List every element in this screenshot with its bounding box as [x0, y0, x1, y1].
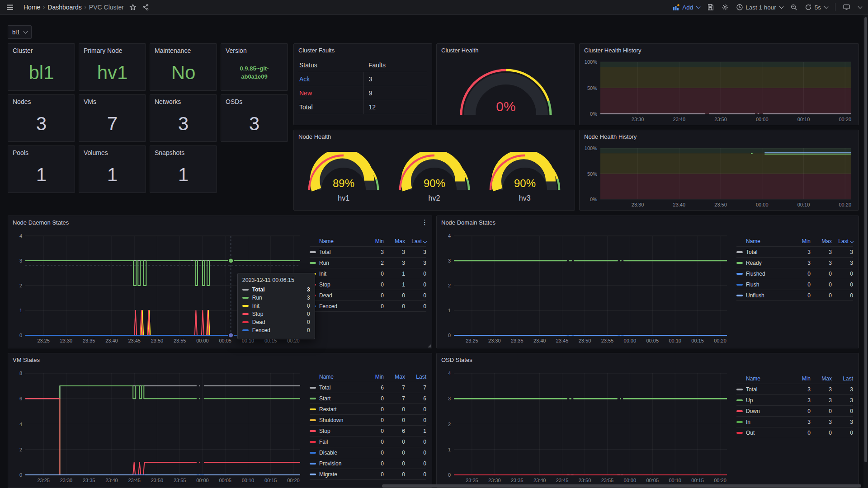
series-swatch: [310, 387, 316, 389]
panel-title[interactable]: Node Daemon States: [13, 219, 69, 226]
panel-title[interactable]: OSD States: [441, 357, 472, 363]
panel-title[interactable]: Cluster Health: [441, 47, 478, 54]
panel-cluster-health-history: Cluster Health History 23:3023:4023:5000…: [579, 43, 859, 125]
faults-table-row: Ack3: [298, 72, 427, 86]
nav-expand-button[interactable]: [857, 6, 862, 8]
legend-row-total[interactable]: Total333: [736, 384, 853, 395]
series-swatch: [310, 430, 316, 432]
legend-header: NameMinMaxLast: [310, 236, 426, 247]
save-dashboard-button[interactable]: [707, 4, 714, 11]
panel-title[interactable]: VM States: [13, 357, 40, 363]
legend-header: NameMinMaxLast: [736, 236, 853, 247]
svg-text:100%: 100%: [585, 59, 597, 65]
legend-row-down[interactable]: Down000: [736, 406, 853, 417]
legend-row-out[interactable]: Out000: [736, 427, 853, 438]
stat-label: Pools: [13, 149, 28, 156]
share-icon[interactable]: [142, 4, 149, 11]
legend-row-fail[interactable]: Fail000: [310, 436, 426, 447]
legend-row-total[interactable]: Total333: [310, 247, 426, 258]
legend-row-ready[interactable]: Ready333: [736, 258, 853, 268]
cluster-variable-dropdown[interactable]: bl1: [8, 25, 32, 39]
svg-text:23:30: 23:30: [632, 202, 644, 207]
legend-row-fenced[interactable]: Fenced000: [310, 301, 426, 312]
refresh-button[interactable]: [805, 4, 812, 11]
svg-text:2: 2: [19, 283, 22, 288]
time-range-picker[interactable]: Last 1 hour: [736, 4, 783, 11]
panel-title[interactable]: Node Health History: [584, 133, 637, 140]
node-gauge-label: hv3: [519, 194, 531, 202]
stat-panel-cluster: Clusterbl1: [8, 43, 75, 91]
legend-row-in[interactable]: In333: [736, 417, 853, 427]
svg-text:23:45: 23:45: [128, 478, 141, 483]
series-swatch: [310, 251, 316, 253]
dashboard-settings-button[interactable]: [722, 4, 729, 11]
svg-text:00:05: 00:05: [219, 478, 231, 483]
svg-text:1: 1: [448, 447, 451, 452]
stat-value: 1: [8, 160, 75, 190]
stat-panel-osds: OSDs3: [221, 94, 288, 142]
panel-title[interactable]: Node Domain States: [441, 219, 495, 226]
legend-row-restart[interactable]: Restart000: [310, 404, 426, 415]
refresh-interval-dropdown[interactable]: 5s: [815, 4, 828, 11]
stat-label: Cluster: [13, 47, 33, 54]
vm-states-legend: NameMinMaxLastTotal677Start076Restart000…: [310, 371, 426, 480]
series-swatch: [736, 284, 743, 286]
legend-row-unflush[interactable]: Unflush000: [736, 290, 853, 301]
legend-row-stop[interactable]: Stop061: [310, 426, 426, 436]
svg-text:23:40: 23:40: [533, 338, 546, 343]
breadcrumb-home[interactable]: Home: [24, 4, 40, 11]
panel-title[interactable]: Cluster Health History: [584, 47, 641, 54]
legend-row-total[interactable]: Total677: [310, 382, 426, 393]
series-swatch: [736, 399, 743, 401]
svg-text:00:20: 00:20: [714, 338, 726, 343]
svg-text:4: 4: [448, 233, 451, 239]
legend-row-flush[interactable]: Flush000: [736, 279, 853, 290]
legend-row-dead[interactable]: Dead000: [310, 290, 426, 301]
series-swatch: [242, 305, 249, 307]
zoom-out-button[interactable]: [790, 4, 797, 11]
legend-row-flushed[interactable]: Flushed000: [736, 268, 853, 279]
node-daemon-states-chart[interactable]: 23:2523:3023:3523:4023:4523:5023:5500:00…: [12, 231, 305, 345]
series-swatch: [242, 289, 249, 291]
cluster-variable-value: bl1: [12, 29, 20, 36]
legend-row-migrate[interactable]: Migrate000: [310, 469, 426, 480]
stat-label: Nodes: [13, 98, 31, 105]
kiosk-mode-button[interactable]: [843, 4, 850, 11]
panel-resize-handle[interactable]: [428, 344, 431, 347]
svg-text:2: 2: [448, 422, 451, 427]
time-range-label: Last 1 hour: [745, 4, 776, 11]
legend-row-stop[interactable]: Stop010: [310, 279, 426, 290]
series-swatch: [736, 262, 743, 264]
svg-text:23:40: 23:40: [673, 117, 686, 122]
series-swatch: [242, 329, 249, 331]
add-button[interactable]: Add: [673, 4, 700, 11]
horizontal-scrollbar-thumb[interactable]: [382, 484, 861, 488]
legend-row-disable[interactable]: Disable000: [310, 447, 426, 458]
panel-menu-kebab-icon[interactable]: ⋮: [421, 218, 428, 226]
legend-row-run[interactable]: Run233: [310, 258, 426, 268]
osd-states-chart[interactable]: 23:2523:3023:3523:4023:4523:5023:5500:00…: [440, 369, 731, 485]
star-icon[interactable]: [129, 4, 137, 11]
chevron-down-icon: [858, 5, 863, 9]
svg-text:00:00: 00:00: [756, 117, 769, 122]
vm-states-chart[interactable]: 23:2523:3023:3523:4023:4523:5023:5500:00…: [12, 369, 305, 485]
node-domain-states-chart[interactable]: 23:2523:3023:3523:4023:4523:5023:5500:00…: [440, 231, 731, 345]
panel-title[interactable]: Node Health: [298, 133, 331, 140]
cluster-health-history-chart[interactable]: 23:3023:4023:5000:0000:1000:200%50%100%: [582, 57, 856, 124]
legend-header: NameMinMaxLast: [736, 373, 853, 384]
grafana-dashboard: Home › Dashboards › PVC Cluster Add: [0, 0, 868, 488]
legend-row-init[interactable]: Init010: [310, 268, 426, 279]
add-button-label: Add: [682, 4, 693, 11]
vertical-scrollbar-thumb[interactable]: [864, 17, 867, 462]
panel-title[interactable]: Cluster Faults: [298, 47, 335, 54]
stat-label: OSDs: [226, 98, 242, 105]
breadcrumb-dashboards[interactable]: Dashboards: [47, 4, 82, 11]
legend-row-provision[interactable]: Provision000: [310, 458, 426, 469]
hamburger-menu-icon[interactable]: [6, 4, 14, 11]
node-health-history-chart[interactable]: 23:3023:4023:5000:0000:1000:200%50%100%: [582, 144, 856, 209]
legend-row-up[interactable]: Up333: [736, 395, 853, 406]
legend-row-shutdown[interactable]: Shutdown000: [310, 415, 426, 426]
svg-text:00:15: 00:15: [691, 478, 704, 483]
legend-row-start[interactable]: Start076: [310, 393, 426, 404]
legend-row-total[interactable]: Total333: [736, 247, 853, 258]
